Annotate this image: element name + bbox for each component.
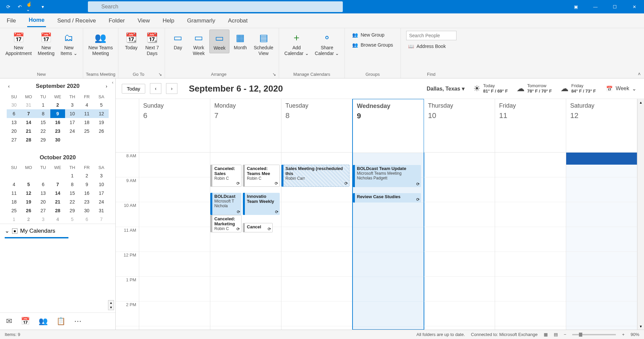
prev-week-button[interactable]: ‹ bbox=[150, 83, 161, 94]
date-cell[interactable]: 21 bbox=[21, 127, 36, 135]
mini-calendar-table[interactable]: SUMOTUWETHFRSA 3031123456789101112131415… bbox=[7, 93, 109, 144]
date-cell[interactable]: 18 bbox=[79, 118, 94, 127]
day-body[interactable] bbox=[495, 153, 566, 330]
undo-icon[interactable]: ↶ bbox=[15, 2, 25, 12]
day-header[interactable]: Friday11 bbox=[495, 99, 566, 153]
new-meeting-button[interactable]: 📅New Meeting bbox=[35, 30, 57, 58]
date-cell[interactable]: 25 bbox=[7, 206, 21, 215]
new-group-button[interactable]: 👥New Group bbox=[350, 31, 395, 39]
pane-scroll-buttons[interactable]: ▲▼ bbox=[108, 300, 114, 310]
close-button[interactable]: ✕ bbox=[625, 0, 644, 13]
today-button[interactable]: 📆Today bbox=[121, 30, 141, 53]
vertical-scrollbar[interactable]: ▲ ▼ bbox=[637, 99, 644, 330]
weather-location[interactable]: Dallas, Texas ▾ bbox=[427, 86, 465, 92]
selected-time-slot[interactable] bbox=[566, 153, 637, 165]
date-cell[interactable]: 21 bbox=[50, 197, 65, 206]
calendar-event[interactable]: Cancel⟳ bbox=[243, 223, 273, 232]
date-cell[interactable]: 2 bbox=[50, 101, 65, 109]
day-column[interactable]: Saturday12 bbox=[566, 99, 637, 330]
date-cell[interactable]: 2 bbox=[79, 171, 94, 180]
date-cell[interactable]: 3 bbox=[65, 101, 79, 109]
date-cell[interactable]: 12 bbox=[94, 109, 109, 118]
calendar-event[interactable]: BOLDcast Team UpdateMicrosoft Teams Meet… bbox=[353, 165, 421, 187]
calendar-event[interactable]: Review Case Studies⟳ bbox=[353, 193, 421, 203]
week-view-button[interactable]: ▭Week bbox=[209, 30, 229, 53]
tab-help[interactable]: Help bbox=[161, 15, 176, 27]
weather-day[interactable]: ☁Tomorrow78° F / 70° F bbox=[517, 83, 552, 94]
date-cell[interactable]: 27 bbox=[36, 206, 50, 215]
search-people-input[interactable] bbox=[406, 31, 457, 40]
date-cell[interactable]: 24 bbox=[65, 127, 79, 135]
day-header[interactable]: Sunday6 bbox=[139, 99, 210, 153]
date-cell[interactable] bbox=[7, 171, 21, 180]
day-column[interactable]: Friday11 bbox=[495, 99, 566, 330]
maximize-button[interactable]: ☐ bbox=[605, 0, 625, 13]
date-cell[interactable]: 13 bbox=[7, 118, 21, 127]
day-body[interactable] bbox=[566, 153, 637, 330]
days-grid[interactable]: Sunday6 Monday7 Canceled: SalesRobin C⟳C… bbox=[139, 99, 637, 330]
date-cell[interactable]: 5 bbox=[94, 101, 109, 109]
day-column[interactable]: Thursday10 bbox=[424, 99, 495, 330]
calendar-checkbox[interactable]: ■ bbox=[12, 228, 17, 234]
date-cell[interactable]: 11 bbox=[7, 189, 21, 197]
date-cell[interactable]: 9 bbox=[79, 180, 94, 189]
calendar-event[interactable]: Canceled: Teams MeeRobin C⟳ bbox=[243, 165, 280, 187]
work-week-view-button[interactable]: ▭Work Week bbox=[189, 30, 209, 58]
date-cell[interactable]: 23 bbox=[79, 197, 94, 206]
calendar-event[interactable]: Innovatio Team Weekly⟳ bbox=[243, 193, 280, 215]
normal-view-icon[interactable]: ▦ bbox=[544, 332, 548, 337]
day-view-button[interactable]: ▭Day bbox=[168, 30, 188, 53]
date-cell[interactable]: 29 bbox=[36, 135, 50, 144]
date-cell[interactable]: 13 bbox=[36, 189, 50, 197]
date-cell[interactable]: 17 bbox=[65, 118, 79, 127]
date-cell[interactable]: 16 bbox=[79, 189, 94, 197]
day-body[interactable] bbox=[139, 153, 210, 330]
browse-groups-button[interactable]: 👥Browse Groups bbox=[350, 41, 395, 49]
date-cell[interactable]: 29 bbox=[65, 206, 79, 215]
calendar-event[interactable]: Sales Meeting (rescheduled thisRobin Car… bbox=[281, 165, 350, 187]
weather-day[interactable]: ☁Friday84° F / 73° F bbox=[560, 83, 596, 94]
date-cell[interactable]: 12 bbox=[21, 189, 36, 197]
new-items-button[interactable]: 🗂New Items ⌄ bbox=[58, 30, 80, 58]
date-cell[interactable]: 30 bbox=[50, 135, 65, 144]
calendar-nav-icon[interactable]: 📅 bbox=[21, 317, 30, 326]
date-cell[interactable]: 7 bbox=[50, 180, 65, 189]
date-cell[interactable]: 11 bbox=[79, 109, 94, 118]
tab-send-receive[interactable]: Send / Receive bbox=[56, 15, 97, 27]
new-appointment-button[interactable]: 📅New Appointment bbox=[3, 30, 35, 58]
view-selector[interactable]: 📅 Week ⌄ bbox=[604, 84, 638, 94]
day-column[interactable]: Tuesday8 Sales Meeting (rescheduled this… bbox=[281, 99, 353, 330]
day-column[interactable]: Sunday6 bbox=[139, 99, 210, 330]
day-body[interactable] bbox=[424, 153, 495, 330]
date-cell[interactable]: 27 bbox=[7, 135, 21, 144]
date-cell[interactable]: 1 bbox=[36, 101, 50, 109]
date-cell[interactable]: 6 bbox=[36, 180, 50, 189]
collapse-pane-icon[interactable]: ‹ bbox=[112, 80, 113, 85]
zoom-out-button[interactable]: − bbox=[564, 332, 567, 337]
date-cell[interactable]: 6 bbox=[7, 109, 21, 118]
day-header[interactable]: Tuesday8 bbox=[281, 99, 352, 153]
date-cell[interactable]: 17 bbox=[94, 189, 109, 197]
weather-day[interactable]: ☀Today81° F / 69° F bbox=[473, 83, 508, 94]
collapse-ribbon-button[interactable]: ʌ bbox=[638, 71, 641, 76]
address-book-button[interactable]: 📖Address Book bbox=[406, 42, 457, 50]
date-cell[interactable]: 26 bbox=[21, 206, 36, 215]
date-cell[interactable]: 4 bbox=[7, 180, 21, 189]
date-cell[interactable]: 19 bbox=[21, 197, 36, 206]
search-input[interactable] bbox=[88, 1, 343, 12]
day-header[interactable]: Monday7 bbox=[210, 99, 281, 153]
people-icon[interactable]: 👥 bbox=[39, 317, 48, 326]
date-cell[interactable]: 31 bbox=[94, 206, 109, 215]
day-header[interactable]: Wednesday9 bbox=[353, 99, 424, 153]
ribbon-display-icon[interactable]: ▣ bbox=[566, 0, 586, 13]
date-cell[interactable]: 30 bbox=[7, 101, 21, 109]
date-cell[interactable]: 1 bbox=[65, 171, 79, 180]
reading-view-icon[interactable]: ▤ bbox=[554, 332, 558, 337]
date-cell[interactable]: 10 bbox=[94, 180, 109, 189]
date-cell[interactable]: 14 bbox=[21, 118, 36, 127]
tab-view[interactable]: View bbox=[136, 15, 151, 27]
qat-customize-icon[interactable]: ▾ bbox=[38, 2, 48, 12]
date-cell[interactable]: 4 bbox=[50, 215, 65, 224]
date-cell[interactable]: 8 bbox=[65, 180, 79, 189]
next-month-icon[interactable]: › bbox=[104, 82, 109, 90]
